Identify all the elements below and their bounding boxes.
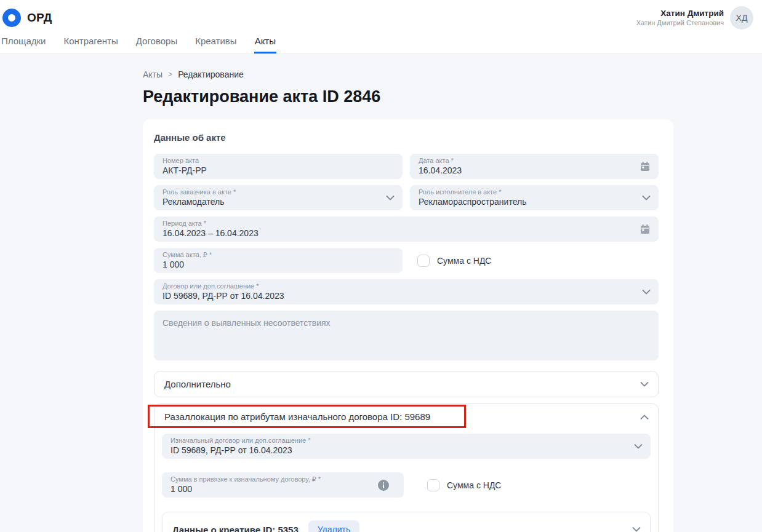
calendar-icon[interactable] <box>640 224 651 235</box>
vat-checkbox[interactable] <box>417 255 430 267</box>
breadcrumb: Акты > Редактирование <box>143 69 673 79</box>
additional-section-title: Дополнительно <box>164 379 231 389</box>
customer-role-label: Роль заказчика в акте * <box>162 188 378 196</box>
creative-section-header[interactable]: Данные о креативе ID: 5353 Удалить <box>162 512 650 532</box>
initial-vat-checkbox-label: Сумма с НДС <box>447 480 501 490</box>
breadcrumb-separator: > <box>168 70 172 79</box>
executor-role-value: Рекламораспространитель <box>419 196 634 208</box>
avatar[interactable]: ХД <box>730 6 753 30</box>
act-edit-card: Данные об акте Номер акта АКТ-РД-РР Дата… <box>143 119 673 532</box>
act-data-heading: Данные об акте <box>154 132 659 143</box>
tab-ploshchadki[interactable]: Площадки <box>1 34 46 54</box>
initial-contract-value: ID 59689, РД-РР от 16.04.2023 <box>170 445 626 456</box>
act-amount-field[interactable]: Сумма акта, ₽ * 1 000 <box>154 248 403 273</box>
tab-kreativy[interactable]: Креативы <box>195 34 237 54</box>
act-number-field[interactable]: Номер акта АКТ-РД-РР <box>154 154 403 179</box>
customer-role-value: Рекламодатель <box>162 196 378 208</box>
act-amount-value: 1 000 <box>162 259 378 271</box>
user-full-name: Хатин Дмитрий Степанович <box>636 19 724 28</box>
act-period-value: 16.04.2023 – 16.04.2023 <box>162 228 634 239</box>
tab-kontragenty[interactable]: Контрагенты <box>63 34 118 54</box>
initial-contract-select[interactable]: Изначальный договор или доп.соглашение *… <box>162 434 651 459</box>
reallocation-section: Разаллокация по атрибутам изначального д… <box>154 403 659 532</box>
logo-link[interactable]: ОРД <box>2 9 52 27</box>
chevron-down-icon <box>634 443 643 449</box>
breadcrumb-current: Редактирование <box>178 69 244 79</box>
contract-label: Договор или доп.соглашение * <box>162 282 634 290</box>
creative-section-title: Данные о креативе ID: 5353 <box>172 525 299 532</box>
act-date-value: 16.04.2023 <box>419 165 634 177</box>
user-menu[interactable]: Хатин Дмитрий Хатин Дмитрий Степанович Х… <box>636 6 753 30</box>
chevron-up-icon <box>640 414 649 419</box>
initial-contract-label: Изначальный договор или доп.соглашение * <box>170 437 626 445</box>
chevron-down-icon <box>642 195 651 200</box>
initial-vat-checkbox[interactable] <box>427 479 439 491</box>
act-number-label: Номер акта <box>162 157 378 165</box>
reallocation-section-title: Разаллокация по атрибутам изначального д… <box>164 411 430 422</box>
contract-value: ID 59689, РД-РР от 16.04.2023 <box>162 290 634 302</box>
chevron-down-icon <box>386 195 395 200</box>
act-amount-label: Сумма акта, ₽ * <box>162 251 378 259</box>
act-date-label: Дата акта * <box>419 157 634 165</box>
customer-role-select[interactable]: Роль заказчика в акте * Рекламодатель <box>154 185 403 210</box>
chevron-down-icon <box>632 527 641 532</box>
info-icon[interactable] <box>378 480 389 491</box>
initial-amount-label: Сумма в привязке к изначальному договору… <box>170 475 379 483</box>
vat-checkbox-label: Сумма с НДС <box>437 256 491 266</box>
additional-section: Дополнительно <box>154 371 659 397</box>
reallocation-section-header[interactable]: Разаллокация по атрибутам изначального д… <box>154 404 658 429</box>
additional-section-header[interactable]: Дополнительно <box>154 371 658 397</box>
user-name: Хатин Дмитрий <box>636 9 724 19</box>
contract-select[interactable]: Договор или доп.соглашение * ID 59689, Р… <box>154 279 659 304</box>
ord-logo-icon <box>2 9 21 27</box>
logo-text: ОРД <box>27 11 52 25</box>
initial-amount-field[interactable]: Сумма в привязке к изначальному договору… <box>162 472 404 498</box>
breadcrumb-acts-link[interactable]: Акты <box>143 69 162 79</box>
executor-role-select[interactable]: Роль исполнителя в акте * Рекламораспрос… <box>410 185 659 210</box>
creative-section: Данные о креативе ID: 5353 Удалить <box>162 512 651 532</box>
main-nav: Площадки Контрагенты Договоры Креативы А… <box>0 30 762 54</box>
calendar-icon[interactable] <box>640 161 651 172</box>
act-number-value: АКТ-РД-РР <box>162 165 378 177</box>
act-period-field[interactable]: Период акта * 16.04.2023 – 16.04.2023 <box>154 216 659 242</box>
initial-amount-value: 1 000 <box>170 483 379 495</box>
act-period-label: Период акта * <box>162 220 634 228</box>
top-bar: ОРД Хатин Дмитрий Хатин Дмитрий Степанов… <box>0 0 762 54</box>
delete-creative-button[interactable]: Удалить <box>308 520 359 532</box>
chevron-down-icon <box>640 381 649 387</box>
act-date-field[interactable]: Дата акта * 16.04.2023 <box>410 154 659 179</box>
tab-dogovory[interactable]: Договоры <box>135 34 178 54</box>
executor-role-label: Роль исполнителя в акте * <box>419 188 634 196</box>
tab-akty[interactable]: Акты <box>254 34 276 54</box>
page-title: Редактирование акта ID 2846 <box>143 87 673 106</box>
chevron-down-icon <box>642 289 651 295</box>
discrepancies-textarea[interactable] <box>154 311 659 360</box>
